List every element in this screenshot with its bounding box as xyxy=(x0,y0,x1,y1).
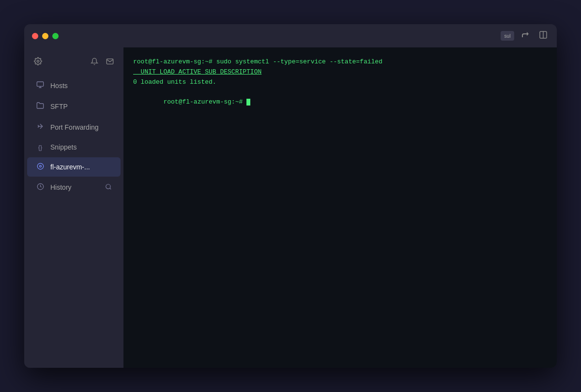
titlebar: sul xyxy=(24,24,557,47)
fl-azurevm-icon xyxy=(36,163,45,171)
split-icon[interactable] xyxy=(537,29,549,43)
sidebar-item-snippets[interactable]: {} Snippets xyxy=(27,138,121,156)
close-button[interactable] xyxy=(32,33,38,39)
bell-icon[interactable] xyxy=(89,56,100,67)
sftp-label: SFTP xyxy=(50,103,112,110)
history-search-icon[interactable] xyxy=(105,183,112,192)
history-label: History xyxy=(50,183,72,191)
terminal-line-2: UNIT LOAD ACTIVE SUB DESCRIPTION xyxy=(133,67,547,77)
maximize-button[interactable] xyxy=(52,33,59,39)
terminal-cursor xyxy=(246,99,250,106)
terminal-prompt-text: root@fl-azurevm-sg:~# xyxy=(163,98,246,106)
terminal-line-1: root@fl-azurevm-sg:~# sudo systemctl --t… xyxy=(133,57,547,67)
history-left: History xyxy=(36,183,72,192)
main-content: Hosts SFTP xyxy=(24,47,557,368)
share-icon[interactable] xyxy=(520,29,532,43)
minimize-button[interactable] xyxy=(42,33,48,39)
sidebar-item-hosts[interactable]: Hosts xyxy=(27,75,121,95)
port-forwarding-label: Port Forwarding xyxy=(50,123,112,131)
settings-icon[interactable] xyxy=(32,55,44,67)
hosts-icon xyxy=(36,81,45,90)
svg-rect-3 xyxy=(37,82,43,86)
fl-azurevm-label: fl-azurevm-... xyxy=(50,163,112,171)
sidebar-item-sftp[interactable]: SFTP xyxy=(27,96,121,116)
history-icon xyxy=(36,183,45,192)
sidebar-item-history[interactable]: History xyxy=(27,178,121,197)
port-forwarding-icon xyxy=(36,122,45,132)
compose-icon[interactable] xyxy=(104,56,116,67)
titlebar-right: sul xyxy=(501,29,549,43)
svg-point-7 xyxy=(37,163,44,169)
hosts-label: Hosts xyxy=(50,82,112,90)
sidebar-icon-group xyxy=(89,56,116,67)
svg-line-11 xyxy=(110,188,111,189)
svg-point-10 xyxy=(106,184,110,188)
terminal-line-4: root@fl-azurevm-sg:~# xyxy=(133,87,547,117)
sidebar-item-port-forwarding[interactable]: Port Forwarding xyxy=(27,117,121,137)
terminal-area[interactable]: root@fl-azurevm-sg:~# sudo systemctl --t… xyxy=(123,47,557,368)
terminal-line-3: 0 loaded units listed. xyxy=(133,77,547,88)
snippets-icon: {} xyxy=(36,144,45,151)
traffic-lights xyxy=(32,33,59,39)
sidebar-item-fl-azurevm[interactable]: fl-azurevm-... xyxy=(27,157,121,177)
svg-point-8 xyxy=(39,166,41,167)
app-window: sul xyxy=(24,24,557,368)
sidebar: Hosts SFTP xyxy=(24,47,123,368)
label-btn-text: sul xyxy=(505,33,511,39)
label-button[interactable]: sul xyxy=(501,31,514,41)
snippets-label: Snippets xyxy=(50,143,112,151)
svg-point-2 xyxy=(37,60,39,62)
sidebar-top-icons xyxy=(24,51,123,75)
sftp-icon xyxy=(36,102,45,111)
